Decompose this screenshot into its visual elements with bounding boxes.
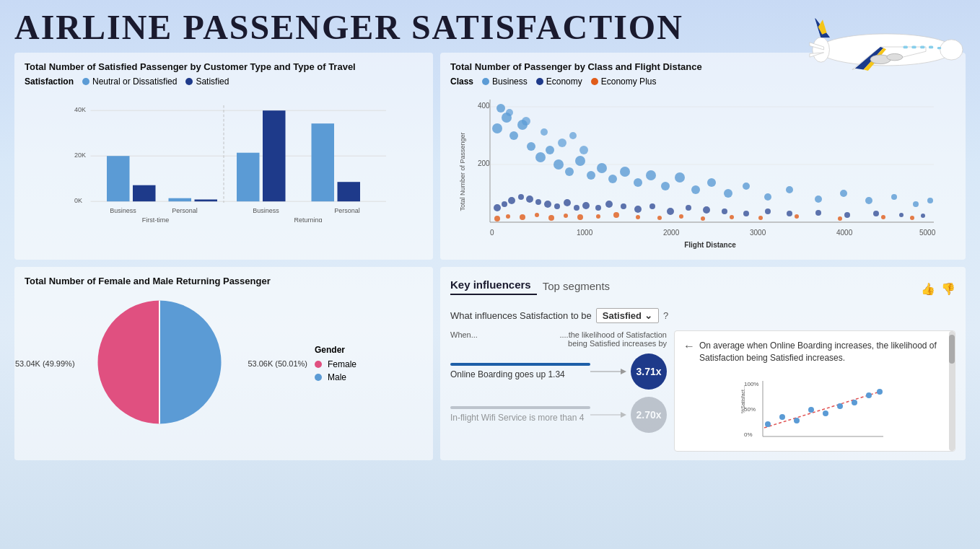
svg-point-1 — [940, 40, 963, 60]
ki-dropdown-value: Satisfied — [603, 310, 642, 321]
svg-point-46 — [506, 214, 510, 219]
bar-firsttime-business-neutral — [107, 156, 130, 201]
male-label: Male — [328, 372, 346, 382]
svg-text:0K: 0K — [74, 197, 82, 204]
ki-arrow-svg-2 — [590, 410, 626, 419]
svg-point-110 — [675, 172, 685, 183]
svg-point-48 — [535, 213, 539, 217]
svg-point-82 — [703, 206, 710, 214]
svg-text:2000: 2000 — [663, 229, 680, 237]
svg-point-126 — [558, 139, 566, 147]
svg-point-67 — [518, 194, 524, 200]
bar-firsttime-personal-satisfied — [195, 200, 218, 202]
svg-point-149 — [877, 389, 883, 395]
legend-business: Business — [482, 76, 528, 87]
ki-left-column: When... ....the likelihood of Satisfacti… — [450, 330, 667, 452]
economy-dot — [536, 78, 543, 85]
svg-marker-133 — [621, 369, 626, 374]
svg-point-70 — [544, 201, 551, 208]
svg-point-89 — [873, 211, 879, 216]
economy-label: Economy — [546, 76, 582, 87]
svg-text:4000: 4000 — [836, 229, 853, 237]
bar-returning-business-neutral — [237, 153, 260, 202]
svg-rect-13 — [937, 47, 942, 49]
svg-point-104 — [597, 163, 607, 173]
svg-point-73 — [574, 205, 579, 211]
svg-point-57 — [701, 216, 705, 221]
key-influencers-panel: Key influencers Top segments 👍 👎 What in… — [440, 267, 966, 460]
svg-point-125 — [541, 128, 548, 136]
ki-mini-svg: 100% 50% 0% %Satisfact... — [683, 377, 946, 442]
svg-text:20K: 20K — [74, 151, 86, 159]
svg-point-100 — [554, 159, 564, 170]
ki-mini-chart: 100% 50% 0% %Satisfact... — [683, 377, 946, 442]
svg-point-49 — [548, 215, 554, 221]
ki-item-2-label: In-flight Wifi Service is more than 4 — [450, 413, 584, 423]
svg-point-72 — [564, 199, 571, 206]
neutral-dot — [82, 78, 89, 85]
ki-col-headers: When... ....the likelihood of Satisfacti… — [450, 330, 667, 348]
ki-question: What influences Satisfaction to be Satis… — [450, 308, 955, 323]
ki-arrow-svg-1 — [590, 367, 626, 376]
svg-point-143 — [794, 418, 800, 423]
ki-dropdown[interactable]: Satisfied ⌄ — [596, 308, 659, 323]
svg-point-128 — [579, 146, 588, 154]
chevron-down-icon: ⌄ — [644, 310, 652, 321]
svg-point-53 — [613, 212, 619, 218]
bar-chart-svg: 40K 20K 0K — [25, 92, 423, 222]
pie-label-left: 53.04K (49.99%) — [15, 359, 75, 368]
ki-item-1[interactable]: Online Boarding goes up 1.34 3.71x — [450, 353, 667, 390]
svg-point-69 — [535, 199, 541, 205]
legend-male: Male — [315, 372, 356, 382]
thumb-up-icon[interactable]: 👍 — [921, 282, 935, 296]
ki-multiplier-2: 2.70x — [636, 409, 661, 421]
svg-point-75 — [595, 205, 601, 211]
thumb-down-icon[interactable]: 👎 — [941, 282, 955, 296]
back-arrow-icon[interactable]: ← — [683, 340, 695, 353]
svg-point-119 — [865, 197, 872, 204]
female-dot — [315, 361, 322, 368]
svg-point-109 — [661, 182, 670, 190]
svg-point-108 — [646, 170, 656, 180]
svg-point-71 — [554, 203, 560, 209]
pie-wrapper: 53.04K (49.99%) 53.06K (50.01%) — [91, 294, 228, 434]
svg-text:400: 400 — [478, 102, 490, 110]
svg-point-76 — [605, 201, 613, 208]
svg-line-140 — [764, 392, 880, 428]
svg-point-102 — [575, 156, 585, 166]
svg-point-65 — [502, 201, 507, 207]
svg-point-74 — [582, 202, 590, 209]
svg-text:Total Number of Passenger: Total Number of Passenger — [459, 132, 466, 211]
ki-when-header: When... — [450, 330, 478, 348]
svg-point-141 — [765, 421, 771, 427]
svg-rect-9 — [904, 45, 908, 48]
bar-returning-personal-satisfied — [338, 182, 361, 201]
satisfied-dot — [185, 78, 193, 85]
ki-bubble-1: 3.71x — [631, 353, 667, 390]
economy-plus-label: Economy Plus — [601, 76, 657, 87]
legend-economy-plus: Economy Plus — [591, 76, 657, 87]
ki-scrollbar[interactable] — [949, 331, 955, 451]
svg-point-120 — [891, 194, 897, 200]
business-dot — [482, 78, 489, 85]
ki-item-1-bar — [450, 363, 590, 366]
svg-point-105 — [608, 175, 617, 183]
svg-point-117 — [815, 196, 822, 203]
svg-point-2 — [813, 38, 830, 63]
svg-point-59 — [758, 216, 763, 220]
tab-top-segments[interactable]: Top segments — [537, 277, 616, 295]
pie-chart-title: Total Number of Female and Male Returnin… — [25, 276, 423, 286]
ki-help-icon[interactable]: ? — [663, 310, 668, 321]
ki-item-2[interactable]: In-flight Wifi Service is more than 4 2.… — [450, 397, 667, 433]
tab-key-influencers[interactable]: Key influencers — [450, 276, 537, 295]
bar-chart-area: 40K 20K 0K — [25, 92, 423, 237]
svg-text:3000: 3000 — [750, 229, 766, 237]
svg-marker-135 — [621, 412, 626, 418]
legend-female: Female — [315, 359, 356, 369]
svg-text:5000: 5000 — [919, 229, 936, 237]
pie-legend: Gender Female Male — [315, 345, 356, 382]
svg-rect-12 — [929, 45, 933, 48]
dashboard: AIRLINE PASSENGER SATISFACTION — [0, 0, 980, 549]
svg-rect-11 — [920, 45, 924, 48]
svg-point-60 — [795, 214, 799, 219]
